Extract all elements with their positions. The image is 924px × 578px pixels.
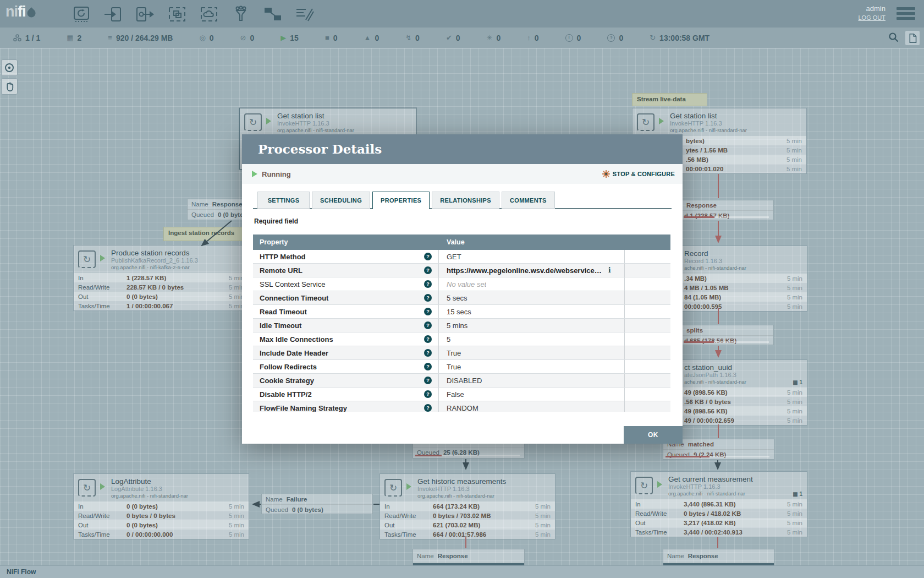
- input-port-drag-icon[interactable]: [103, 6, 123, 23]
- processor-log-attribute[interactable]: ↻ LogAttribute LogAttribute 1.16.3 org.a…: [73, 473, 249, 539]
- help-icon[interactable]: ?: [424, 253, 432, 260]
- help-icon[interactable]: ?: [424, 377, 432, 384]
- birdseye-toggle[interactable]: [905, 31, 920, 45]
- center-view-button[interactable]: [1, 59, 18, 76]
- help-icon[interactable]: ?: [424, 294, 432, 302]
- pan-hand-button[interactable]: [1, 78, 18, 95]
- dialog-status-bar: Running STOP & CONFIGURE: [242, 164, 683, 184]
- processor-icon: ↻: [637, 113, 654, 131]
- search-icon[interactable]: [888, 32, 899, 45]
- canvas-label-ingest-station-records[interactable]: Ingest station records: [163, 227, 244, 241]
- connection-response-right[interactable]: Response d 1 (228.57 KB): [681, 200, 774, 220]
- dialog-title: Processor Details: [242, 134, 683, 156]
- table-row[interactable]: Disable HTTP/2?False: [253, 388, 670, 401]
- help-icon[interactable]: ?: [424, 280, 432, 288]
- canvas-label-stream-live-data[interactable]: Stream live-data: [632, 93, 707, 106]
- processor-produce-station-records[interactable]: ↻ Produce station records PublishKafkaRe…: [73, 245, 249, 311]
- help-icon[interactable]: ?: [424, 363, 432, 370]
- queue-size-indicator: [684, 216, 769, 218]
- table-row[interactable]: Remote URL?https://www.pegelonline.wsv.d…: [253, 264, 670, 277]
- breadcrumb[interactable]: NiFi Flow: [0, 568, 36, 576]
- cluster-node-badge: ▦ 1: [793, 379, 802, 385]
- help-icon[interactable]: ?: [424, 308, 432, 315]
- processor-get-historic-measurements[interactable]: ↻ Get historic measurements InvokeHTTP 1…: [380, 473, 556, 539]
- output-port-drag-icon[interactable]: [135, 6, 155, 23]
- table-row[interactable]: HTTP Method?GET: [253, 250, 670, 264]
- required-field-note: Required field: [254, 217, 298, 225]
- invalid-icon: ▲: [364, 34, 371, 41]
- tab-settings[interactable]: SETTINGS: [257, 192, 310, 209]
- processor-icon: ↻: [78, 250, 96, 268]
- help-icon[interactable]: ?: [424, 266, 432, 274]
- running-status-icon: [659, 118, 664, 124]
- stat-row: Read/Write0 bytes / 418.02 KB5 min: [631, 509, 807, 518]
- stat-row: In3,440 (896.31 KB)5 min: [631, 499, 807, 509]
- breadcrumb-bar: NiFi Flow: [0, 565, 924, 578]
- stat-row: Tasks/Time0 / 00:00:00.0005 min: [74, 530, 249, 539]
- table-row[interactable]: Include Date Header?True: [253, 346, 670, 360]
- properties-table[interactable]: Property Value HTTP Method?GET Remote UR…: [253, 235, 670, 412]
- tab-comments[interactable]: COMMENTS: [502, 192, 555, 209]
- tab-scheduling[interactable]: SCHEDULING: [312, 192, 370, 209]
- remote-process-group-drag-icon[interactable]: [199, 6, 219, 23]
- template-drag-icon[interactable]: [263, 6, 283, 23]
- running-icon: ▶: [280, 34, 286, 41]
- table-row[interactable]: Connection Timeout?5 secs: [253, 291, 670, 305]
- connection-splits[interactable]: splits d 685 (178.56 KB): [681, 325, 774, 345]
- transmitting-icon: ◎: [199, 34, 205, 41]
- processor-icon: ↻: [635, 477, 653, 494]
- locally-modified-and-stale-icon: !: [565, 34, 573, 42]
- last-refresh-time: 13:00:58 GMT: [659, 34, 710, 42]
- label-drag-icon[interactable]: [295, 6, 315, 23]
- nifi-drop-icon: [25, 7, 37, 19]
- not-transmitting-icon: ⊘: [240, 34, 246, 41]
- global-menu-icon[interactable]: [897, 7, 915, 22]
- processor-drag-icon[interactable]: [72, 6, 91, 23]
- table-row[interactable]: Read Timeout?15 secs: [253, 305, 670, 319]
- running-status-icon: [406, 483, 411, 490]
- table-header: Property Value: [253, 235, 670, 250]
- logout-link[interactable]: LOG OUT: [858, 13, 886, 23]
- process-group-drag-icon[interactable]: [167, 6, 187, 23]
- connection-failure[interactable]: NameFailure Queued0 (0 bytes): [261, 494, 373, 514]
- refresh-icon[interactable]: ↻: [650, 34, 656, 41]
- component-toolbar: [72, 4, 315, 24]
- connected-nodes-icon: [13, 34, 21, 42]
- processor-icon: ↻: [384, 479, 402, 497]
- tab-relationships[interactable]: RELATIONSHIPS: [432, 192, 499, 209]
- stat-row: Tasks/Time664 / 00:01:57.9865 min: [380, 530, 555, 539]
- table-row[interactable]: Max Idle Connections?5: [253, 332, 670, 346]
- stat-row: Out0 (0 bytes)5 min: [74, 520, 249, 530]
- help-icon[interactable]: ?: [424, 335, 432, 343]
- processor-get-current-measurement[interactable]: ↻ Get current measurement InvokeHTTP 1.1…: [630, 471, 807, 537]
- table-row[interactable]: Idle Timeout?5 mins: [253, 319, 670, 332]
- help-icon[interactable]: ?: [424, 404, 432, 412]
- running-status-icon: [657, 481, 662, 488]
- stale-icon: ↑: [527, 34, 531, 41]
- stat-row: In0 (0 bytes)5 min: [74, 501, 249, 511]
- queued-icon: ≡: [108, 34, 112, 41]
- running-status-icon: [100, 483, 105, 490]
- stat-row: In1 (228.57 KB)5 min: [74, 273, 249, 282]
- help-icon[interactable]: ?: [424, 390, 432, 398]
- info-icon[interactable]: i: [608, 266, 611, 274]
- table-row[interactable]: Cookie Strategy?DISABLED: [253, 374, 670, 388]
- table-row[interactable]: Follow Redirects?True: [253, 360, 670, 374]
- disabled-icon: ↯: [405, 34, 411, 41]
- stat-row: In664 (173.24 KB)5 min: [380, 501, 555, 511]
- up-to-date-icon: ✔: [446, 34, 452, 41]
- table-row[interactable]: FlowFile Naming Strategy?RANDOM: [253, 401, 670, 412]
- help-icon[interactable]: ?: [424, 321, 432, 329]
- funnel-drag-icon[interactable]: [231, 6, 251, 23]
- stop-and-configure-button[interactable]: STOP & CONFIGURE: [602, 170, 675, 178]
- tab-properties[interactable]: PROPERTIES: [372, 192, 430, 209]
- queue-size-indicator: [666, 456, 769, 457]
- running-status-icon: [100, 255, 105, 261]
- processor-icon: ↻: [78, 479, 96, 497]
- processor-icon: ↻: [244, 113, 262, 131]
- ok-button[interactable]: OK: [624, 426, 683, 444]
- table-row[interactable]: SSL Context Service?No value set: [253, 277, 670, 291]
- active-threads-icon: ▦: [67, 34, 73, 41]
- help-icon[interactable]: ?: [424, 349, 432, 357]
- run-status-text: Running: [262, 170, 291, 178]
